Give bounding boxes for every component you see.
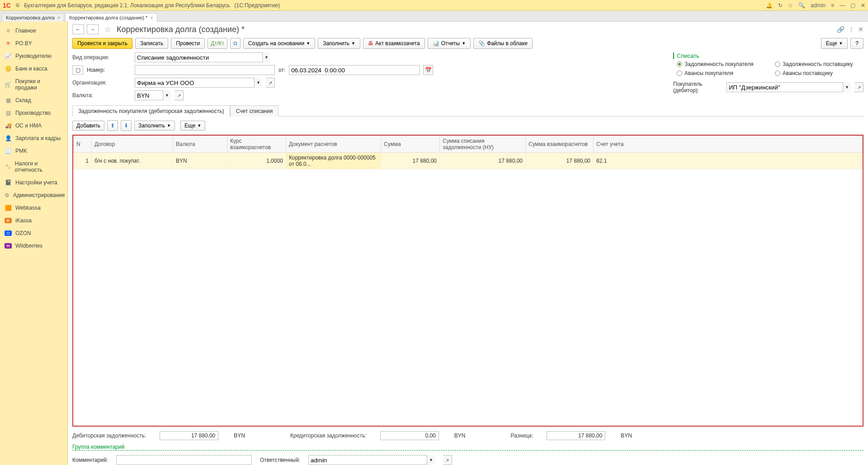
radio-supplier-debt[interactable]: Задолженность поставщику (775, 61, 863, 67)
sidebar-item-production[interactable]: ▥Производство (0, 107, 67, 119)
open-org-button[interactable]: ↗ (266, 78, 275, 88)
post-close-button[interactable]: Провести и закрыть (72, 38, 132, 49)
cell-doc[interactable]: Корректировка долга 0000-000005 от 06.0.… (286, 153, 381, 169)
dropdown-icon[interactable]: ▼ (262, 52, 270, 62)
sidebar-item-ikassa[interactable]: iKiKassa (0, 214, 67, 227)
table-row[interactable]: 1 б/н с нов. покупат. BYN 1,0000 Коррект… (74, 153, 863, 169)
kebab-icon[interactable]: ⋮ (848, 26, 854, 33)
post-button[interactable]: Провести (171, 38, 205, 49)
hamburger-icon[interactable]: ≡ (15, 1, 19, 9)
dropdown-icon[interactable]: ▼ (254, 78, 262, 88)
sidebar-item-assets[interactable]: 🚚ОС и НМА (0, 119, 67, 132)
minimize-icon[interactable]: — (840, 2, 845, 9)
sidebar-item-ozon[interactable]: OOZON (0, 227, 67, 240)
main-toolbar: Провести и закрыть Записать Провести Дт/… (72, 38, 863, 49)
col-currency[interactable]: Валюта (173, 136, 227, 153)
date-input[interactable] (289, 65, 420, 75)
add-row-button[interactable]: Добавить (72, 121, 104, 131)
fill-button[interactable]: Заполнить ▼ (318, 38, 360, 49)
org-select[interactable] (135, 78, 262, 88)
tab-debt[interactable]: Задолженность покупателя (дебиторская за… (72, 105, 230, 117)
tab-account[interactable]: Счет списания (230, 105, 279, 117)
radio-buyer-advance[interactable]: Авансы покупателя (677, 70, 764, 76)
dt-kt-button[interactable]: Дт/Кт (208, 38, 227, 49)
cell-sum[interactable]: 17 880,00 (381, 153, 440, 169)
col-account[interactable]: Счет учета (594, 136, 863, 153)
table-fill-button[interactable]: Заполнить ▼ (134, 121, 175, 131)
move-up-button[interactable]: ⬆ (107, 120, 118, 131)
tab-korr-dolga-create[interactable]: Корректировка долга (создание) * × (65, 13, 157, 22)
cell-currency[interactable]: BYN (173, 153, 227, 169)
col-n[interactable]: N (74, 136, 92, 153)
col-rate[interactable]: Курс взаиморасчетов (227, 136, 286, 153)
tab-korr-dolga[interactable]: Корректировка долга × (2, 13, 64, 22)
cell-rate[interactable]: 1,0000 (227, 153, 286, 169)
caret-icon: ▼ (351, 41, 355, 46)
history-icon[interactable]: ↻ (778, 2, 783, 9)
create-based-button[interactable]: Создать на основании ▼ (243, 38, 315, 49)
maximize-icon[interactable]: ▢ (850, 2, 855, 9)
dropdown-icon[interactable]: ▼ (843, 82, 851, 92)
sidebar-item-pmk[interactable]: 🧾PMK (0, 145, 67, 157)
open-resp-button[interactable]: ↗ (443, 455, 452, 465)
user-label[interactable]: admin (811, 2, 826, 9)
sidebar-item-manager[interactable]: 📈Руководителю (0, 50, 67, 62)
number-input[interactable] (135, 65, 275, 75)
help-button[interactable]: ? (850, 38, 863, 49)
sidebar-item-webkassa[interactable]: 🟧Webkassa (0, 202, 67, 214)
back-button[interactable]: ← (72, 24, 84, 34)
comment-group-link[interactable]: Группа комментарий (72, 444, 863, 451)
sidebar-item-tax[interactable]: ᴬᵧНалоги и отчетность (0, 157, 67, 176)
sidebar-item-poby[interactable]: ✳PO.BY (0, 37, 67, 50)
files-button[interactable]: 📎 Файлы в облаке (473, 38, 533, 49)
sidebar-item-wb[interactable]: WWildberries (0, 240, 67, 252)
cell-contract[interactable]: б/н с нов. покупат. (92, 153, 173, 169)
tab-close-icon[interactable]: × (57, 15, 60, 20)
link-icon[interactable]: 🔗 (837, 26, 844, 33)
sidebar-item-settings[interactable]: 📓Настройки учета (0, 176, 67, 189)
cell-n[interactable]: 1 (74, 153, 92, 169)
sidebar-item-sales[interactable]: 🛒Покупки и продажи (0, 75, 67, 94)
more-button[interactable]: Еще ▼ (821, 38, 848, 49)
sidebar-item-admin[interactable]: ⚙Администрирование (0, 189, 67, 202)
sidebar-item-warehouse[interactable]: ▦Склад (0, 94, 67, 107)
reports-button[interactable]: 📊 Отчеты ▼ (428, 38, 471, 49)
save-button[interactable]: Записать (135, 38, 168, 49)
sidebar-item-bank[interactable]: 🪙Банк и касса (0, 62, 67, 75)
radio-supplier-advance[interactable]: Авансы поставщику (775, 70, 863, 76)
close-icon[interactable]: ✕ (861, 2, 865, 9)
col-sum-nu[interactable]: Сумма списания задолженности (НУ) (440, 136, 526, 153)
star-icon[interactable]: ☆ (788, 2, 793, 9)
responsible-select[interactable] (308, 455, 435, 465)
calendar-icon[interactable]: 📅 (423, 65, 433, 75)
open-cur-button[interactable]: ↗ (175, 90, 184, 100)
cell-sum-nu[interactable]: 17 880,00 (440, 153, 526, 169)
open-buyer-button[interactable]: ↗ (854, 82, 863, 92)
sidebar-item-hr[interactable]: 👤Зарплата и кадры (0, 132, 67, 145)
table-more-button[interactable]: Еще ▼ (180, 121, 205, 131)
col-sum-mr[interactable]: Сумма взаиморасчетов (526, 136, 594, 153)
tab-close-icon[interactable]: × (150, 15, 153, 20)
dropdown-icon[interactable]: ▼ (163, 90, 171, 100)
settings-icon[interactable]: ≡ (831, 2, 834, 9)
close-page-icon[interactable]: ✕ (858, 26, 863, 33)
cell-sum-mr[interactable]: 17 880,00 (526, 153, 594, 169)
favorite-icon[interactable]: ☆ (104, 24, 111, 34)
search-icon[interactable]: 🔍 (798, 2, 805, 9)
structure-button[interactable]: ⧉ (230, 38, 241, 49)
op-select[interactable] (135, 52, 270, 62)
move-down-button[interactable]: ⬇ (121, 120, 132, 131)
forward-button[interactable]: → (87, 24, 99, 34)
col-sum[interactable]: Сумма (381, 136, 440, 153)
cell-account[interactable]: 62.1 (594, 153, 863, 169)
sidebar-item-main[interactable]: ≡Главное (0, 24, 67, 37)
radio-buyer-debt[interactable]: Задолженность покупателя (677, 61, 764, 67)
act-button[interactable]: 🖶 Акт взаимозачета (363, 38, 425, 49)
col-contract[interactable]: Договор (92, 136, 173, 153)
debt-grid[interactable]: N Договор Валюта Курс взаиморасчетов Док… (72, 135, 863, 427)
buyer-select[interactable] (726, 82, 851, 92)
comment-input[interactable] (116, 455, 252, 465)
col-doc[interactable]: Документ расчетов (286, 136, 381, 153)
bell-icon[interactable]: 🔔 (766, 2, 773, 9)
dropdown-icon[interactable]: ▼ (427, 455, 435, 465)
